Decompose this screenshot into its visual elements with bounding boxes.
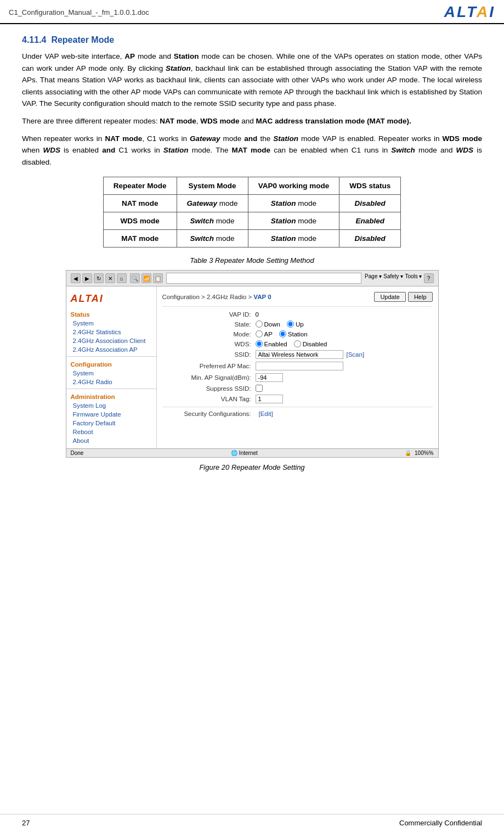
mode-station-radio[interactable] xyxy=(279,330,286,338)
help-icon[interactable]: ? xyxy=(424,273,434,283)
page-content: 4.11.4 Repeater Mode Under VAP web-site … xyxy=(0,30,504,490)
breadcrumb-prefix: Configuration > 2.4GHz Radio > xyxy=(162,294,252,300)
document-footer: 27 Commercially Confidential xyxy=(0,814,504,827)
mode-ap-radio[interactable] xyxy=(256,330,263,338)
sidebar-item-firmware-update[interactable]: Firmware Update xyxy=(66,410,156,419)
section-heading: 4.11.4 Repeater Mode xyxy=(22,35,482,45)
tool-icons: 🔍 📶 📋 xyxy=(130,273,163,283)
ssid-input[interactable] xyxy=(256,350,343,359)
sidebar-item-24ghz-assoc-ap[interactable]: 2.4GHz Association AP xyxy=(66,345,156,354)
breadcrumb-highlight: VAP 0 xyxy=(253,294,271,300)
wds-enabled-option[interactable]: Enabled xyxy=(256,340,287,347)
stop-icon[interactable]: ✕ xyxy=(105,273,115,283)
repeater-mode-table: Repeater Mode System Mode VAP0 working m… xyxy=(103,177,401,248)
wds-label: WDS: xyxy=(162,341,256,347)
help-button[interactable]: Help xyxy=(408,292,433,302)
mode-ap-option[interactable]: AP xyxy=(256,330,273,338)
home-icon[interactable]: ⌂ xyxy=(117,273,127,283)
ssid-row: SSID: [Scan] xyxy=(162,350,433,359)
wds-enabled-radio[interactable] xyxy=(256,340,263,347)
wds-radio-group: Enabled Disabled xyxy=(256,340,327,347)
vap-id-label: VAP ID: xyxy=(162,311,256,318)
sidebar-item-factory-default[interactable]: Factory Default xyxy=(66,419,156,428)
ssid-label: SSID: xyxy=(162,351,256,358)
sidebar-item-reboot[interactable]: Reboot xyxy=(66,428,156,436)
refresh-icon[interactable]: ↻ xyxy=(94,273,104,283)
state-label: State: xyxy=(162,321,256,328)
wds-status-cell: Disabled xyxy=(339,195,401,212)
section-number: 4.11.4 xyxy=(22,35,46,44)
main-panel: Configuration > 2.4GHz Radio > VAP 0 Upd… xyxy=(157,286,438,448)
mode-radio-group: AP Station xyxy=(256,330,308,338)
vap0-mode-cell: Station mode xyxy=(248,195,339,212)
suppress-ssid-row: Suppress SSID: xyxy=(162,385,433,392)
section-title: Repeater Mode xyxy=(51,35,114,44)
vlan-tag-label: VLAN Tag: xyxy=(162,396,256,402)
min-ap-signal-input[interactable] xyxy=(256,373,283,382)
browser-statusbar: Done 🌐 Internet 🔒 100%% xyxy=(66,448,438,457)
back-icon[interactable]: ◀ xyxy=(71,273,81,283)
col-header-system-mode: System Mode xyxy=(177,177,248,195)
sidebar-logo-area: ALTAI xyxy=(66,290,156,309)
statusbar-left: Done xyxy=(71,450,84,456)
mode-station-option[interactable]: Station xyxy=(279,330,308,338)
suppress-ssid-label: Suppress SSID: xyxy=(162,385,256,392)
history-icon[interactable]: 📋 xyxy=(153,273,163,283)
vap-id-value: 0 xyxy=(256,311,259,318)
sidebar-item-24ghz-assoc-client[interactable]: 2.4GHz Association Client xyxy=(66,336,156,345)
suppress-ssid-checkbox[interactable] xyxy=(256,385,263,392)
sidebar-item-24ghz-stats[interactable]: 2.4GHz Statistics xyxy=(66,328,156,336)
vap-id-row: VAP ID: 0 xyxy=(162,311,433,318)
system-mode-cell: Gateway mode xyxy=(177,195,248,212)
min-ap-signal-label: Min. AP Signal(dBm): xyxy=(162,374,256,381)
security-row: Security Configurations: [Edit] xyxy=(162,407,433,417)
sidebar-section-administration: Administration xyxy=(66,391,156,401)
repeater-mode-cell: WDS mode xyxy=(103,212,177,230)
state-down-radio[interactable] xyxy=(256,320,263,328)
feeds-icon[interactable]: 📶 xyxy=(141,273,151,283)
vlan-tag-input[interactable] xyxy=(256,395,283,403)
forward-icon[interactable]: ▶ xyxy=(82,273,92,283)
sidebar-divider-2 xyxy=(66,389,156,389)
wds-disabled-option[interactable]: Disabled xyxy=(294,340,327,347)
wds-status-cell: Enabled xyxy=(339,212,401,230)
update-button[interactable]: Update xyxy=(374,292,405,302)
system-mode-cell: Switch mode xyxy=(177,230,248,248)
footer-page-number: 27 xyxy=(22,819,30,827)
security-edit-link[interactable]: [Edit] xyxy=(259,410,273,417)
altai-logo: ALTAI xyxy=(444,3,495,21)
sidebar-item-about[interactable]: About xyxy=(66,436,156,445)
panel-header: Configuration > 2.4GHz Radio > VAP 0 Upd… xyxy=(162,290,433,307)
preferred-ap-mac-input[interactable] xyxy=(256,362,343,370)
search-icon[interactable]: 🔍 xyxy=(130,273,140,283)
preferred-ap-mac-row: Preferred AP Mac: xyxy=(162,362,433,370)
state-down-option[interactable]: Down xyxy=(256,320,280,328)
min-ap-signal-row: Min. AP Signal(dBm): xyxy=(162,373,433,382)
state-up-option[interactable]: Up xyxy=(287,320,304,328)
browser-inner: ALTAI Status System 2.4GHz Statistics 2.… xyxy=(66,286,438,448)
menu-icons: Page ▾ Safety ▾ Tools ▾ ? xyxy=(365,273,433,283)
tools-menu[interactable]: Tools ▾ xyxy=(405,273,422,283)
sidebar-section-configuration: Configuration xyxy=(66,359,156,369)
filename-label: C1_Configuration_Manual_-_fm_1.0.0.1.doc xyxy=(9,8,149,16)
mode-row: Mode: AP Station xyxy=(162,330,433,338)
document-header: C1_Configuration_Manual_-_fm_1.0.0.1.doc… xyxy=(0,0,504,24)
safety-menu[interactable]: Safety ▾ xyxy=(383,273,403,283)
security-label: Security Configurations: xyxy=(162,410,256,417)
address-bar[interactable] xyxy=(166,273,362,284)
ssid-scan-link[interactable]: [Scan] xyxy=(347,351,365,358)
sidebar-item-system-config[interactable]: System xyxy=(66,369,156,378)
wds-disabled-radio[interactable] xyxy=(294,340,301,347)
sidebar-item-24ghz-radio[interactable]: 2.4GHz Radio xyxy=(66,378,156,386)
repeater-mode-cell: NAT mode xyxy=(103,195,177,212)
browser-toolbar: ◀ ▶ ↻ ✕ ⌂ 🔍 📶 📋 Page ▾ Safety ▾ Tools ▾ … xyxy=(66,271,438,286)
page-menu[interactable]: Page ▾ xyxy=(365,273,382,283)
sidebar-item-system-status[interactable]: System xyxy=(66,319,156,328)
state-radio-group: Down Up xyxy=(256,320,304,328)
sidebar-altai-logo: ALTAI xyxy=(71,293,152,305)
mode-label: Mode: xyxy=(162,331,256,338)
state-row: State: Down Up xyxy=(162,320,433,328)
sidebar-item-system-log[interactable]: System Log xyxy=(66,401,156,410)
breadcrumb: Configuration > 2.4GHz Radio > VAP 0 xyxy=(162,294,271,300)
state-up-radio[interactable] xyxy=(287,320,294,328)
